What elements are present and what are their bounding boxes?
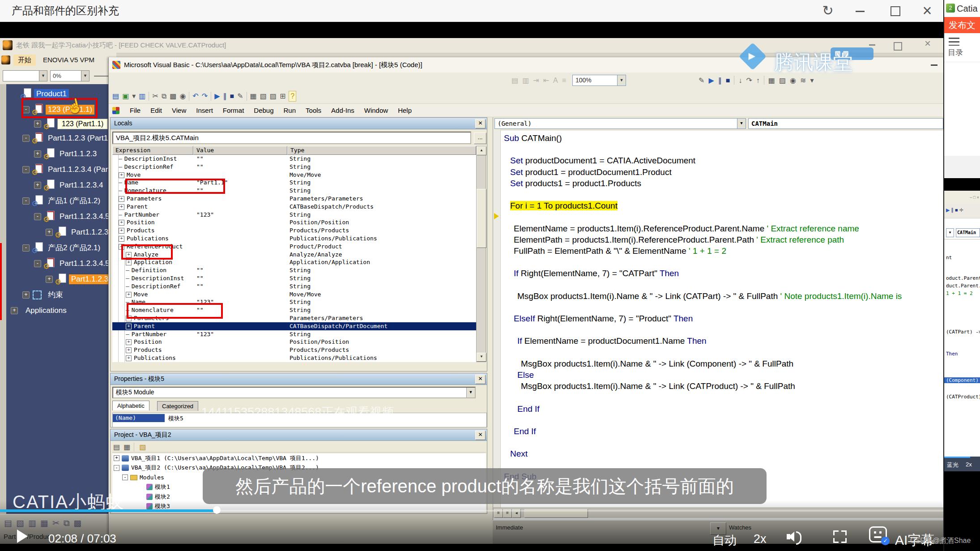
locals-row[interactable]: +Parent CATBaseDispatch/Products bbox=[112, 203, 476, 211]
locals-row[interactable]: +Move Move/Move bbox=[112, 171, 476, 179]
locals-row[interactable]: +Position Position/Position bbox=[112, 338, 476, 346]
call-stack-icon[interactable]: ≋ bbox=[800, 76, 806, 85]
list-members-icon[interactable]: ≡ bbox=[562, 76, 566, 85]
value-cell[interactable]: "" bbox=[196, 163, 204, 171]
tree-item[interactable]: + Part1.1.2.3 bbox=[6, 146, 108, 162]
locals-context-field[interactable]: VBA_项目2.模块5.CATMain bbox=[112, 132, 471, 144]
expander-icon[interactable]: - bbox=[122, 474, 128, 480]
sep[interactable] bbox=[764, 76, 764, 85]
expander-icon[interactable]: + bbox=[126, 324, 132, 329]
code-line[interactable]: MsgBox products1.Item(i).Name & " -> Lin… bbox=[500, 380, 943, 392]
expander-icon[interactable]: – bbox=[119, 155, 122, 163]
code-line[interactable]: FullPath = ElementPath & "\" & ElementNa… bbox=[500, 245, 943, 256]
tree-expander-icon[interactable]: - bbox=[22, 166, 30, 173]
expander-icon[interactable]: + bbox=[119, 172, 124, 178]
expander-icon[interactable]: + bbox=[119, 204, 124, 210]
type-cell[interactable]: String bbox=[290, 187, 311, 195]
toolbox-icon[interactable]: ⊞ bbox=[280, 91, 285, 101]
value-cell[interactable]: "123" bbox=[196, 211, 214, 219]
code-line[interactable]: Set productDocument1 = CATIA.ActiveDocum… bbox=[500, 155, 943, 166]
tree-item[interactable]: + Part1.1.2.3.4.5.6 bbox=[6, 271, 108, 287]
project-item-label[interactable]: Modules bbox=[140, 474, 164, 481]
tree-item-label[interactable]: Part1.1.2.3.4.5 bbox=[69, 227, 108, 237]
locals-row[interactable]: +Publications Publications/Publications bbox=[112, 354, 476, 362]
locals-row[interactable]: +Products Products/Products bbox=[112, 346, 476, 354]
menu-item[interactable]: Tools bbox=[301, 107, 326, 114]
sep[interactable] bbox=[189, 92, 189, 101]
expression-cell[interactable]: Position bbox=[127, 219, 155, 226]
chevron-down-icon[interactable]: ▼ bbox=[737, 119, 746, 128]
step-into-icon[interactable]: ↓ bbox=[738, 76, 742, 85]
locals-row[interactable]: +Publications Publications/Publications bbox=[112, 235, 476, 243]
step-out-icon[interactable]: ↑ bbox=[756, 76, 760, 85]
tree-expander-icon[interactable]: + bbox=[34, 182, 41, 189]
expression-cell[interactable]: Move bbox=[134, 291, 148, 298]
menu-item[interactable]: Run bbox=[279, 107, 301, 114]
ai-subtitle-icon[interactable]: ✓ bbox=[869, 526, 887, 542]
refresh-icon[interactable]: ↻ bbox=[819, 2, 837, 20]
toggle-folders-icon[interactable]: ▧ bbox=[138, 442, 147, 452]
pause-icon[interactable]: ∥ bbox=[718, 76, 722, 85]
tab-alphabetic[interactable]: Alphabetic bbox=[112, 401, 149, 410]
type-cell[interactable]: Position/Position bbox=[290, 338, 349, 346]
expander-icon[interactable]: + bbox=[119, 220, 124, 226]
code-line[interactable]: Sub CATMain() bbox=[500, 132, 943, 144]
tree-item-label[interactable]: 123 (Part1.1) bbox=[57, 119, 108, 129]
code-line[interactable]: ElseIf Right(ElementName, 7) = "Product"… bbox=[500, 313, 943, 324]
scroll-down-icon[interactable]: ▼ bbox=[477, 353, 486, 362]
type-cell[interactable]: Move/Move bbox=[290, 171, 321, 179]
expander-icon[interactable]: – bbox=[119, 211, 122, 219]
expander-icon[interactable]: + bbox=[119, 228, 124, 234]
code-line[interactable]: Set products1 = product1.Products bbox=[500, 178, 943, 189]
properties-window-icon[interactable]: ▧ bbox=[260, 91, 267, 101]
expander-icon[interactable]: – bbox=[126, 274, 129, 282]
project-tree-item[interactable]: + VBA_项目1 (C:\Users\aa\AppData\Local\Tem… bbox=[112, 453, 486, 463]
code-line[interactable] bbox=[500, 324, 943, 335]
locals-row[interactable]: –PartNumber "123" String bbox=[112, 330, 476, 338]
type-cell[interactable]: String bbox=[290, 298, 311, 306]
menu-item[interactable]: Window bbox=[359, 107, 393, 114]
tree-item-label[interactable]: Applications bbox=[23, 306, 69, 316]
code-line[interactable]: MsgBox products1.Item(i).Name & " -> Lin… bbox=[500, 290, 943, 302]
paste-icon[interactable]: ▩ bbox=[170, 91, 176, 101]
insert-module-icon[interactable]: ▣ bbox=[122, 91, 129, 101]
catia-maximize-icon[interactable] bbox=[894, 42, 902, 51]
expression-cell[interactable]: DescriptionInst bbox=[132, 275, 184, 282]
type-cell[interactable]: Application/Application bbox=[290, 258, 370, 266]
volume-icon[interactable] bbox=[787, 530, 803, 543]
mini-quality-label[interactable]: 蓝光 bbox=[947, 461, 959, 469]
expression-cell[interactable]: PartNumber bbox=[124, 211, 159, 218]
code-line[interactable] bbox=[500, 189, 943, 200]
menu-item[interactable]: Edit bbox=[145, 107, 167, 114]
menu-enovia[interactable]: ENOVIA V5 VPM bbox=[43, 56, 94, 64]
menu-item[interactable]: Help bbox=[393, 107, 417, 114]
code-line[interactable] bbox=[500, 437, 943, 448]
menu-start[interactable]: 开始 bbox=[13, 55, 36, 66]
value-cell[interactable]: "" bbox=[196, 155, 204, 163]
design-mode-icon[interactable]: ✎ bbox=[237, 91, 243, 101]
type-cell[interactable]: Publications/Publications bbox=[290, 235, 377, 243]
tree-item-label[interactable]: Part1.1.2.3.4 bbox=[57, 180, 105, 190]
type-cell[interactable]: CATBaseDispatch/Products bbox=[290, 203, 374, 211]
expression-cell[interactable]: Move bbox=[127, 171, 141, 178]
catia-minimize-icon[interactable] bbox=[869, 44, 875, 46]
locals-row[interactable]: –DescriptionInst "" String bbox=[112, 274, 476, 282]
type-cell[interactable]: String bbox=[290, 266, 311, 274]
project-item-label[interactable]: VBA_项目1 (C:\Users\aa\AppData\Local\Temp\… bbox=[131, 454, 319, 462]
close-icon[interactable]: ✕ bbox=[475, 375, 486, 384]
expander-icon[interactable]: + bbox=[126, 260, 132, 265]
column-type[interactable]: Type bbox=[287, 146, 476, 155]
type-cell[interactable]: Products/Products bbox=[290, 226, 349, 235]
view-object-icon[interactable]: ▦ bbox=[124, 442, 130, 452]
mini-procedure-combo[interactable]: CATMain bbox=[956, 228, 980, 237]
tree-item-label[interactable]: Part1.1.2.3 bbox=[57, 149, 99, 159]
locals-window-icon[interactable]: ▦ bbox=[768, 76, 775, 85]
tree-item[interactable]: - 产品1 (产品1.2) bbox=[6, 193, 108, 209]
code-line[interactable] bbox=[500, 211, 943, 222]
tab-categorized[interactable]: Categorized bbox=[157, 401, 198, 411]
tree-item[interactable]: - Part1.1.2.3.4.5 (Part1.5) bbox=[6, 209, 108, 224]
tree-item-label[interactable]: 产品2 (产品2.1) bbox=[46, 242, 102, 253]
expander-icon[interactable]: – bbox=[126, 266, 129, 274]
menu-item[interactable]: File bbox=[125, 107, 145, 114]
play-button[interactable] bbox=[17, 530, 28, 543]
